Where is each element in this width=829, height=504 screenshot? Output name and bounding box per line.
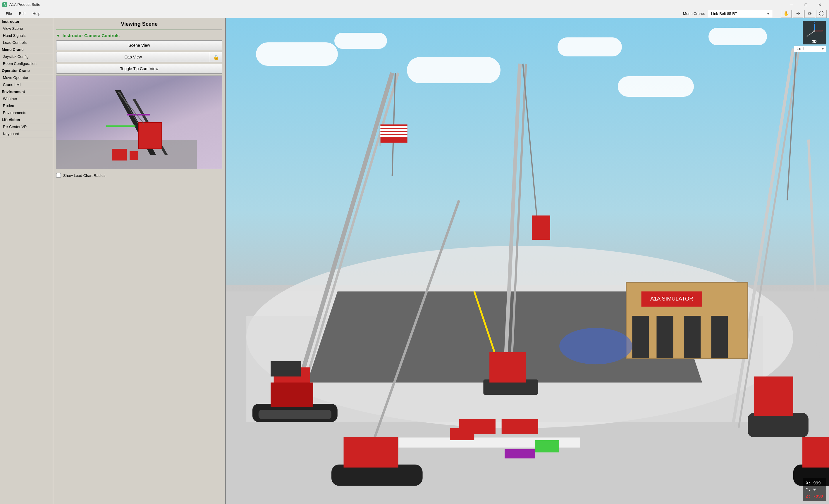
svg-rect-26 [259,410,331,419]
sidebar-item-environments[interactable]: Environments [0,109,52,116]
sidebar-item-crane-lmi[interactable]: Crane LMI [0,81,52,88]
center-panel: Viewing Scene ▼ Instructor Camera Contro… [53,18,226,504]
sidebar-item-load-controls[interactable]: Load Controls [0,39,52,46]
svg-rect-51 [535,440,559,453]
svg-rect-50 [450,428,474,440]
y-label: Y: [806,487,811,492]
sidebar-item-move-operator[interactable]: Move Operator [0,74,52,81]
maximize-button[interactable]: □ [799,0,813,9]
x-coordinate: X: 999 [806,480,823,486]
svg-rect-40 [754,377,793,416]
sidebar-item-weather[interactable]: Weather [0,95,52,102]
view-dropdown[interactable]: Iso 1 Iso 2 Top Front Side [794,46,826,52]
sidebar-header-instructor: Instructor [0,18,52,25]
app-icon: A [2,2,7,7]
z-value: -999 [813,494,823,498]
z-coordinate: Z: -999 [806,493,823,499]
axis-3d-label: 3D [812,39,817,44]
sidebar-header-operator-crane: Operator Crane [0,67,52,74]
svg-rect-58 [711,316,728,358]
crane-label: Menu Crane: [683,11,705,16]
svg-line-32 [523,64,538,231]
svg-rect-23 [380,132,407,134]
svg-rect-43 [344,437,398,467]
sidebar-item-hand-signals[interactable]: Hand Signals [0,32,52,39]
sidebar-header-lift-vision: Lift Vision [0,116,52,123]
svg-rect-46 [802,437,829,467]
axis-svg: Y X Z [805,22,823,38]
sidebar-item-recenter-vr[interactable]: Re-Center VR [0,123,52,130]
close-button[interactable]: ✕ [813,0,827,9]
center-panel-title: Viewing Scene [56,21,222,27]
svg-rect-6 [130,151,138,160]
svg-rect-8 [127,114,150,115]
scene-view-button[interactable]: Scene View [56,40,222,50]
svg-rect-33 [532,216,550,240]
minimize-button[interactable]: ─ [785,0,799,9]
move-icon[interactable]: ✛ [793,10,803,18]
show-radius-label[interactable]: Show Load Chart Radius [63,173,106,178]
preview-scene-svg [57,76,222,169]
cab-row: Cab View 🔒 [56,52,222,62]
x-label: X: [806,480,811,485]
3d-viewport[interactable]: A1A SIMULATOR Y X Z [226,18,829,504]
titlebar-left: A A1A Product Suite [2,2,40,7]
svg-rect-22 [380,129,407,131]
svg-rect-42 [331,465,423,486]
lock-button[interactable]: 🔒 [210,52,222,62]
sidebar-item-joystick-config[interactable]: Joystick Config [0,53,52,60]
tip-cam-preview [56,75,222,169]
svg-rect-52 [505,449,535,458]
cab-view-button[interactable]: Cab View [56,52,210,62]
svg-text:X: X [822,30,823,33]
show-radius-row: Show Load Chart Radius [56,173,222,178]
help-menu[interactable]: Help [29,10,44,17]
crane-section: Menu Crane: Link-Belt 85 RT Link-Belt 11… [683,10,827,18]
svg-rect-39 [748,413,808,437]
sidebar-item-keyboard[interactable]: Keyboard [0,130,52,138]
camera-controls-header: ▼ Instructor Camera Controls [56,33,222,38]
cranes-svg: A1A SIMULATOR [226,18,829,504]
svg-rect-21 [380,126,407,128]
svg-rect-56 [656,316,673,358]
svg-rect-55 [632,316,649,358]
y-value: 0 [813,487,816,492]
coords-overlay: X: 999 Y: 0 Z: -999 [803,478,826,501]
toolbar-icons: ✋ ✛ ⟳ ⛶ [781,10,827,18]
svg-rect-28 [271,383,313,407]
sidebar-item-rodeo[interactable]: Rodeo [0,102,52,109]
svg-rect-35 [490,352,526,383]
cam-arrow-icon: ▼ [56,33,60,38]
titlebar-controls: ─ □ ✕ [785,0,827,9]
sidebar: Instructor View Scene Hand Signals Load … [0,18,53,504]
crane-dropdown[interactable]: Link-Belt 85 RT Link-Belt 110 RT Link-Be… [708,10,772,17]
show-radius-checkbox[interactable] [56,173,61,178]
fullscreen-icon[interactable]: ⛶ [816,10,827,18]
svg-rect-29 [271,361,301,377]
svg-rect-5 [112,149,127,160]
svg-rect-24 [380,135,407,137]
rotate-icon[interactable]: ⟳ [804,10,815,18]
svg-rect-49 [502,419,538,434]
sidebar-item-boom-config[interactable]: Boom Configuration [0,60,52,67]
crane-dropdown-wrapper: Link-Belt 85 RT Link-Belt 110 RT Link-Be… [708,10,772,17]
svg-rect-3 [138,122,162,149]
sidebar-header-environment: Environment [0,88,52,95]
svg-line-10 [119,92,138,124]
svg-text:A1A SIMULATOR: A1A SIMULATOR [650,296,693,302]
sidebar-item-view-scene[interactable]: View Scene [0,25,52,32]
axis-indicator: Y X Z 3D [803,21,826,44]
svg-text:Y: Y [814,22,815,24]
menubar: File Edit Help Menu Crane: Link-Belt 85 … [0,9,829,18]
app-title: A1A Product Suite [9,2,40,7]
camera-controls-title: Instructor Camera Controls [63,33,120,38]
center-divider [56,30,222,30]
view-dropdown-wrapper: Iso 1 Iso 2 Top Front Side ▼ [794,46,826,52]
y-coordinate: Y: 0 [806,486,823,493]
toggle-tip-cam-button[interactable]: Toggle Tip Cam View [56,64,222,74]
svg-rect-57 [684,316,700,358]
file-menu[interactable]: File [2,10,15,17]
pan-icon[interactable]: ✋ [781,10,792,18]
edit-menu[interactable]: Edit [15,10,29,17]
sidebar-header-menu-crane: Menu Crane [0,46,52,53]
